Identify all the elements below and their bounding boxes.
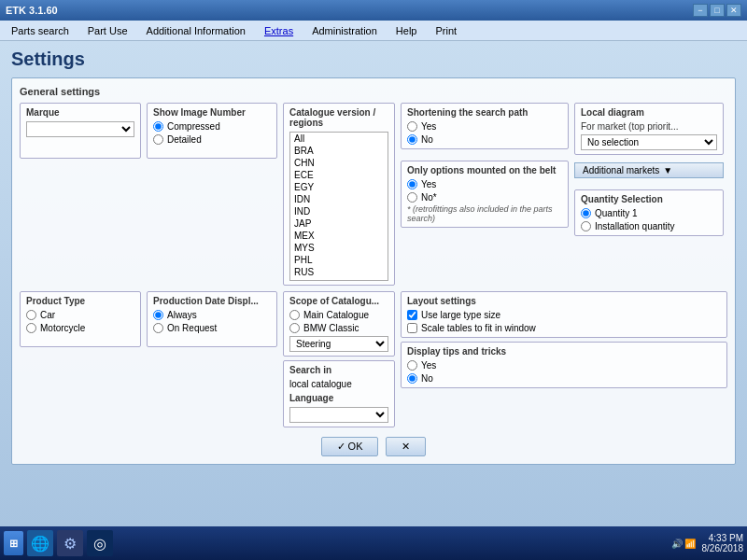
list-item[interactable]: All [290,133,388,145]
show-image-number-section: Show Image Number Compressed Detailed [147,103,277,159]
quantity-selection-label: Quantity Selection [581,194,717,204]
car-label: Car [40,310,55,320]
shortening-section: Shortening the search path Yes No [401,103,569,149]
taskbar-icon-browser[interactable]: 🌐 [27,530,53,556]
cancel-button[interactable]: ✕ [386,437,426,456]
marque-label: Marque [26,107,134,118]
installation-quantity-label: Installation quantity [595,221,675,231]
list-item[interactable]: THA [290,278,388,281]
right-col: Local diagram For market (top priorit...… [574,103,724,236]
page-title: Settings [11,49,736,70]
large-type-option[interactable]: Use large type size [407,310,721,320]
shortening-no[interactable]: No [407,134,562,145]
car-option[interactable]: Car [26,310,134,320]
language-select[interactable] [289,407,388,423]
on-request-option[interactable]: On Request [153,323,271,333]
options-mounted-section: Only options mounted on the belt Yes No*… [401,161,569,228]
mounted-no[interactable]: No* [407,192,562,203]
list-item[interactable]: EGY [290,181,388,193]
marque-select[interactable]: BMW MINI [26,121,134,137]
ok-button[interactable]: ✓ OK [321,437,379,456]
on-request-radio[interactable] [153,323,163,333]
product-type-group: Car Motorcycle [26,310,134,333]
car-radio[interactable] [26,310,36,320]
list-item[interactable]: MEX [290,230,388,242]
mounted-yes-label: Yes [421,179,436,189]
quantity-1-radio[interactable] [581,208,591,218]
shortening-yes-radio[interactable] [407,121,417,132]
list-item[interactable]: BRA [290,145,388,157]
scope-select[interactable]: Steering [289,336,388,352]
additional-markets-button[interactable]: Additional markets ▼ [574,162,724,178]
menu-extras[interactable]: Extras [261,24,297,37]
production-date-group: Always On Request [153,310,271,333]
general-settings-label: General settings [20,86,727,97]
quantity-1[interactable]: Quantity 1 [581,208,717,218]
large-type-checkbox[interactable] [407,310,417,320]
menu-parts-search[interactable]: Parts search [7,24,73,37]
language-label: Language [289,393,388,403]
scope-col: Scope of Catalogu... Main Catalogue BMW … [283,291,395,427]
large-type-label: Use large type size [421,310,500,320]
menu-help[interactable]: Help [392,24,421,37]
mounted-yes[interactable]: Yes [407,179,562,189]
main-catalogue-option[interactable]: Main Catalogue [289,310,388,320]
main-catalogue-radio[interactable] [289,310,300,320]
minimize-button[interactable]: − [693,4,708,17]
scale-tables-checkbox[interactable] [407,323,417,333]
display-tips-section: Display tips and tricks Yes No [401,342,727,388]
list-item[interactable]: PHL [290,254,388,266]
tips-no[interactable]: No [407,373,721,384]
list-item[interactable]: IDN [290,193,388,205]
menu-print[interactable]: Print [431,24,460,37]
settings-grid-row2: Product Type Car Motorcycle Production D… [20,291,727,427]
chevron-down-icon: ▼ [663,165,672,175]
mounted-yes-radio[interactable] [407,179,417,189]
maximize-button[interactable]: □ [710,4,725,17]
local-diagram-section: Local diagram For market (top priorit...… [574,103,724,155]
close-button[interactable]: ✕ [726,4,741,17]
shortening-yes[interactable]: Yes [407,121,562,132]
compressed-option[interactable]: Compressed [153,121,271,132]
bmw-classic-radio[interactable] [289,323,300,333]
always-radio[interactable] [153,310,163,320]
bmw-classic-option[interactable]: BMW Classic [289,323,388,333]
local-diagram-select[interactable]: No selection [581,134,717,150]
display-tips-group: Yes No [407,360,721,384]
tips-yes-radio[interactable] [407,360,417,371]
installation-quantity[interactable]: Installation quantity [581,221,717,231]
list-item[interactable]: RUS [290,266,388,278]
catalogue-list[interactable]: All BRA CHN ECE EGY IDN IND JAP MEX MYS … [289,132,388,281]
scale-tables-option[interactable]: Scale tables to fit in window [407,323,721,333]
app-title: ETK 3.1.60 [6,5,58,16]
list-item[interactable]: CHN [290,157,388,169]
clock-time: 4:33 PM [702,533,744,543]
menu-administration[interactable]: Administration [308,24,381,37]
mounted-no-radio[interactable] [407,192,417,203]
show-image-number-label: Show Image Number [153,107,271,118]
detailed-radio[interactable] [153,134,163,145]
installation-quantity-radio[interactable] [581,221,591,231]
tips-yes[interactable]: Yes [407,360,721,371]
list-item[interactable]: IND [290,205,388,217]
tips-no-radio[interactable] [407,373,417,384]
shortening-no-radio[interactable] [407,134,417,145]
detailed-label: Detailed [167,134,202,145]
detailed-option[interactable]: Detailed [153,134,271,145]
taskbar-icon-bmw[interactable]: ◎ [87,530,113,556]
menu-additional-info[interactable]: Additional Information [143,24,249,37]
list-item[interactable]: MYS [290,242,388,254]
motorcycle-option[interactable]: Motorcycle [26,323,134,333]
motorcycle-radio[interactable] [26,323,36,333]
clock-date: 8/26/2018 [702,543,744,553]
layout-col: Layout settings Use large type size Scal… [401,291,727,388]
compressed-radio[interactable] [153,121,163,132]
list-item[interactable]: JAP [290,217,388,230]
taskbar-icon-app[interactable]: ⚙ [57,530,83,556]
menu-part-use[interactable]: Part Use [84,24,132,37]
list-item[interactable]: ECE [290,169,388,181]
start-button[interactable]: ⊞ [4,531,23,555]
settings-container: General settings Marque BMW MINI Show Im… [11,77,736,465]
always-option[interactable]: Always [153,310,271,320]
show-image-number-group: Compressed Detailed [153,121,271,145]
